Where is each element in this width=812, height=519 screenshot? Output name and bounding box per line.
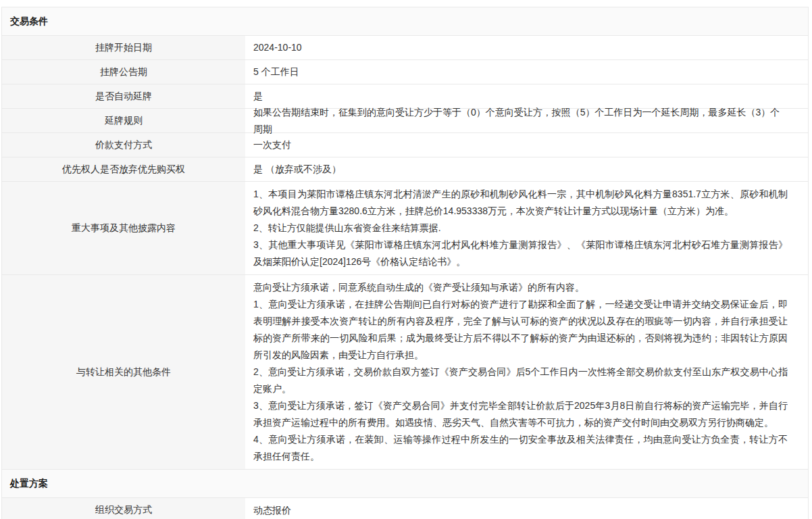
- transaction-organization-method-value: 动态报价: [253, 502, 291, 519]
- payment-method-value: 一次支付: [253, 137, 291, 153]
- row-label: 与转让相关的其他条件: [2, 275, 245, 469]
- listing-start-date-value: 2024-10-10: [253, 39, 302, 56]
- row-value: 意向受让方须承诺，同意系统自动生成的《资产受让须知与承诺》的所有内容。 1、意向…: [245, 275, 808, 469]
- table-row-payment-method: 价款支付方式 一次支付: [2, 133, 808, 157]
- disclosure-paragraph: 2、转让方仅能提供山东省资金往来结算票据.: [253, 220, 788, 237]
- row-label: 挂牌公告期: [2, 60, 245, 84]
- extension-rule-value: 如果公告期结束时，征集到的意向受让方少于等于（0）个意向受让方，按照（5）个工作…: [253, 104, 788, 138]
- table-row-extension-rule: 延牌规则 如果公告期结束时，征集到的意向受让方少于等于（0）个意向受让方，按照（…: [2, 109, 808, 133]
- row-value: 动态报价: [245, 498, 808, 519]
- table-row-priority-right-waiver: 优先权人是否放弃优先购买权 是 （放弃或不涉及）: [2, 157, 808, 182]
- auto-extension-value: 是: [253, 88, 263, 105]
- condition-paragraph: 1、意向受让方须承诺，在挂牌公告期间已自行对标的资产进行了勘探和全面了解，一经递…: [253, 296, 788, 364]
- table-row-other-transfer-conditions: 与转让相关的其他条件 意向受让方须承诺，同意系统自动生成的《资产受让须知与承诺》…: [2, 275, 808, 470]
- row-label: 挂牌开始日期: [2, 36, 245, 59]
- row-label: 价款支付方式: [2, 133, 245, 157]
- disclosure-paragraph: 3、其他重大事项详见《莱阳市谭格庄镇东河北村风化料堆方量测算报告》、《莱阳市谭格…: [253, 237, 788, 270]
- row-value: 5 个工作日: [245, 60, 808, 84]
- section-title: 交易条件: [10, 16, 48, 28]
- row-label: 组织交易方式: [2, 498, 245, 519]
- announcement-period-value: 5 个工作日: [253, 64, 299, 80]
- section-header-disposal-plan: 处置方案: [2, 470, 808, 498]
- row-label: 优先权人是否放弃优先购买权: [2, 157, 245, 181]
- condition-paragraph: 3、意向受让方须承诺，签订《资产交易合同》并支付完毕全部转让价款后于2025年3…: [253, 397, 788, 431]
- row-value: 1、本项目为莱阳市谭格庄镇东河北村清淤产生的原砂和机制砂风化料一宗，其中机制砂风…: [245, 182, 808, 274]
- priority-right-waiver-value: 是 （放弃或不涉及）: [253, 161, 341, 178]
- row-label: 延牌规则: [2, 109, 245, 132]
- disclosure-paragraph: 1、本项目为莱阳市谭格庄镇东河北村清淤产生的原砂和机制砂风化料一宗，其中机制砂风…: [253, 186, 788, 220]
- row-value: 2024-10-10: [245, 36, 808, 59]
- section-title: 处置方案: [10, 478, 48, 490]
- table-row-transaction-organization-method: 组织交易方式 动态报价: [2, 498, 808, 519]
- table-row-announcement-period: 挂牌公告期 5 个工作日: [2, 60, 808, 84]
- page-top-spacer: [0, 0, 812, 7]
- row-value: 如果公告期结束时，征集到的意向受让方少于等于（0）个意向受让方，按照（5）个工作…: [245, 109, 808, 132]
- row-label: 重大事项及其他披露内容: [2, 182, 245, 274]
- condition-paragraph: 4、意向受让方须承诺，在装卸、运输等操作过程中所发生的一切安全事故及相关法律责任…: [253, 431, 788, 465]
- row-value: 一次支付: [245, 133, 808, 157]
- table-row-listing-start-date: 挂牌开始日期 2024-10-10: [2, 36, 808, 60]
- table-row-major-disclosure: 重大事项及其他披露内容 1、本项目为莱阳市谭格庄镇东河北村清淤产生的原砂和机制砂…: [2, 182, 808, 275]
- condition-paragraph: 2、意向受让方须承诺，交易价款自双方签订《资产交易合同》后5个工作日内一次性将全…: [253, 364, 788, 397]
- section-header-trade-conditions: 交易条件: [2, 7, 808, 36]
- row-value: 是 （放弃或不涉及）: [245, 157, 808, 181]
- listing-detail-table: 交易条件 挂牌开始日期 2024-10-10 挂牌公告期 5 个工作日 是否自动…: [1, 7, 809, 519]
- condition-paragraph: 意向受让方须承诺，同意系统自动生成的《资产受让须知与承诺》的所有内容。: [253, 279, 788, 296]
- row-label: 是否自动延牌: [2, 84, 245, 108]
